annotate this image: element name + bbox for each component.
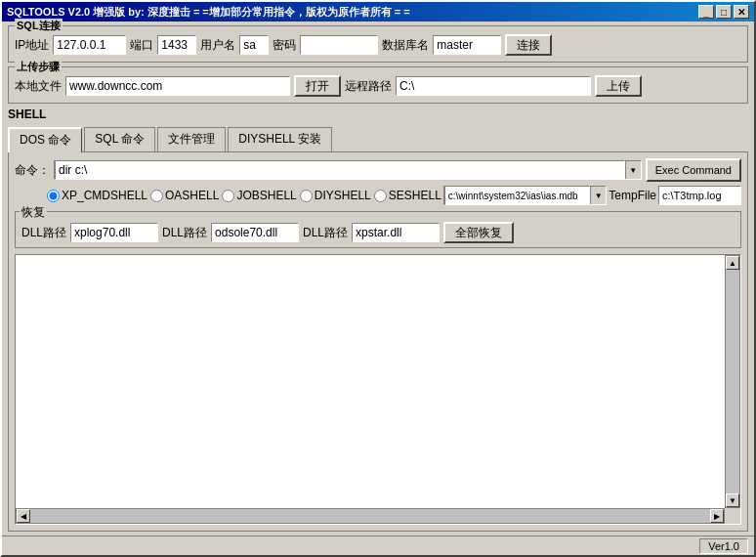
scroll-up-button[interactable]: ▲ bbox=[726, 256, 739, 270]
output-area: ▲ ▼ ◀ ▶ bbox=[15, 254, 741, 525]
dll1-input[interactable] bbox=[70, 223, 158, 242]
command-dropdown-arrow[interactable]: ▼ bbox=[625, 161, 641, 179]
horizontal-scrollbar[interactable]: ◀ ▶ bbox=[16, 508, 725, 524]
port-label: 端口 bbox=[130, 37, 153, 54]
dll2-input[interactable] bbox=[211, 223, 299, 242]
command-combobox[interactable]: ▼ bbox=[54, 160, 642, 180]
upload-group: 上传步骤 本地文件 打开 远程路径 上传 bbox=[8, 66, 748, 104]
tab-file[interactable]: 文件管理 bbox=[157, 127, 226, 151]
user-label: 用户名 bbox=[200, 37, 235, 54]
tempfile-label: TempFile bbox=[609, 189, 656, 202]
main-window: SQLTOOLS V2.0 增强版 by: 深度撞击 = =增加部分常用指令，版… bbox=[0, 0, 756, 557]
vertical-scrollbar[interactable]: ▲ ▼ bbox=[725, 255, 740, 508]
title-bar: SQLTOOLS V2.0 增强版 by: 深度撞击 = =增加部分常用指令，版… bbox=[2, 2, 754, 21]
command-label: 命令： bbox=[15, 162, 50, 179]
pass-input[interactable] bbox=[300, 35, 378, 55]
radio-xp-cmdshell: XP_CMDSHELL bbox=[46, 189, 147, 202]
scroll-down-button[interactable]: ▼ bbox=[726, 493, 739, 507]
close-button[interactable]: ✕ bbox=[734, 5, 749, 19]
dll1-label: DLL路径 bbox=[21, 225, 66, 241]
remote-path-input[interactable] bbox=[396, 76, 591, 96]
open-button[interactable]: 打开 bbox=[294, 75, 341, 97]
connect-button[interactable]: 连接 bbox=[505, 34, 552, 56]
radio-jobshell-input[interactable] bbox=[222, 190, 234, 202]
tab-diy[interactable]: DIYSHELL 安装 bbox=[228, 127, 332, 151]
shell-label: SHELL bbox=[8, 107, 748, 121]
scroll-left-button[interactable]: ◀ bbox=[17, 509, 30, 523]
restore-group: 恢复 DLL路径 DLL路径 DLL路径 全部恢复 bbox=[15, 211, 741, 248]
exec-command-button[interactable]: Exec Command bbox=[646, 158, 741, 182]
radio-oashell: OASHELL bbox=[149, 189, 219, 202]
port-input[interactable] bbox=[157, 35, 196, 55]
radio-row: 命令： XP_CMDSHELL OASHELL JOBSHELL bbox=[15, 186, 741, 205]
minimize-button[interactable]: _ bbox=[698, 5, 714, 19]
sql-connection-group: SQL连接 IP地址 端口 用户名 密码 数据库名 连接 bbox=[8, 25, 748, 63]
upload-button[interactable]: 上传 bbox=[595, 75, 642, 97]
tab-sql[interactable]: SQL 命令 bbox=[84, 127, 155, 151]
shell-path-input[interactable] bbox=[444, 186, 591, 205]
upload-label: 上传步骤 bbox=[15, 60, 62, 74]
remote-path-label: 远程路径 bbox=[345, 78, 392, 95]
sql-connection-label: SQL连接 bbox=[15, 19, 63, 33]
radio-seshell: SESHELL bbox=[373, 189, 441, 202]
user-input[interactable] bbox=[239, 35, 269, 55]
restore-label: 恢复 bbox=[20, 204, 47, 221]
local-file-input[interactable] bbox=[65, 76, 290, 96]
radio-diyshell-input[interactable] bbox=[300, 190, 313, 202]
shell-tab-content: 命令： ▼ Exec Command 命令： XP_CMDSHELL bbox=[8, 151, 748, 532]
ip-label: IP地址 bbox=[15, 37, 49, 54]
scroll-right-button[interactable]: ▶ bbox=[710, 509, 724, 523]
radio-jobshell: JOBSHELL bbox=[221, 189, 296, 202]
dll3-input[interactable] bbox=[352, 223, 440, 242]
tab-dos[interactable]: DOS 命令 bbox=[8, 127, 82, 152]
window-content: SQL连接 IP地址 端口 用户名 密码 数据库名 连接 上传步骤 本地文件 bbox=[2, 21, 754, 536]
radio-oashell-input[interactable] bbox=[150, 190, 163, 202]
pass-label: 密码 bbox=[273, 37, 296, 54]
radio-xp-cmdshell-input[interactable] bbox=[47, 190, 60, 202]
radio-diyshell: DIYSHELL bbox=[299, 189, 371, 202]
status-bar: Ver1.0 bbox=[2, 536, 754, 555]
restore-row: DLL路径 DLL路径 DLL路径 全部恢复 bbox=[21, 222, 735, 243]
version-status: Ver1.0 bbox=[699, 538, 748, 554]
dll2-label: DLL路径 bbox=[162, 225, 207, 241]
radio-seshell-input[interactable] bbox=[374, 190, 387, 202]
tempfile-input[interactable] bbox=[658, 186, 741, 205]
maximize-button[interactable]: □ bbox=[716, 5, 732, 19]
shell-tabs: DOS 命令 SQL 命令 文件管理 DIYSHELL 安装 bbox=[8, 127, 748, 151]
command-row: 命令： ▼ Exec Command bbox=[15, 158, 741, 182]
db-input[interactable] bbox=[433, 35, 501, 55]
scroll-track-v[interactable] bbox=[726, 270, 739, 493]
command-input[interactable] bbox=[55, 160, 625, 180]
window-controls: _ □ ✕ bbox=[698, 5, 749, 19]
db-label: 数据库名 bbox=[382, 37, 429, 54]
window-title: SQLTOOLS V2.0 增强版 by: 深度撞击 = =增加部分常用指令，版… bbox=[7, 5, 410, 20]
sql-connection-row: IP地址 端口 用户名 密码 数据库名 连接 bbox=[15, 34, 741, 56]
upload-row: 本地文件 打开 远程路径 上传 bbox=[15, 75, 741, 97]
scroll-track-h[interactable] bbox=[30, 509, 710, 523]
dll3-label: DLL路径 bbox=[303, 225, 348, 241]
scroll-corner bbox=[725, 508, 740, 524]
shell-path-arrow[interactable]: ▼ bbox=[590, 187, 606, 204]
shell-path-combobox[interactable]: ▼ bbox=[443, 186, 608, 205]
ip-input[interactable] bbox=[53, 35, 126, 55]
local-file-label: 本地文件 bbox=[15, 78, 62, 95]
shell-section: SHELL DOS 命令 SQL 命令 文件管理 DIYSHELL 安装 bbox=[8, 107, 748, 532]
restore-all-button[interactable]: 全部恢复 bbox=[443, 222, 514, 243]
output-container: ▲ ▼ ◀ ▶ bbox=[15, 254, 741, 525]
